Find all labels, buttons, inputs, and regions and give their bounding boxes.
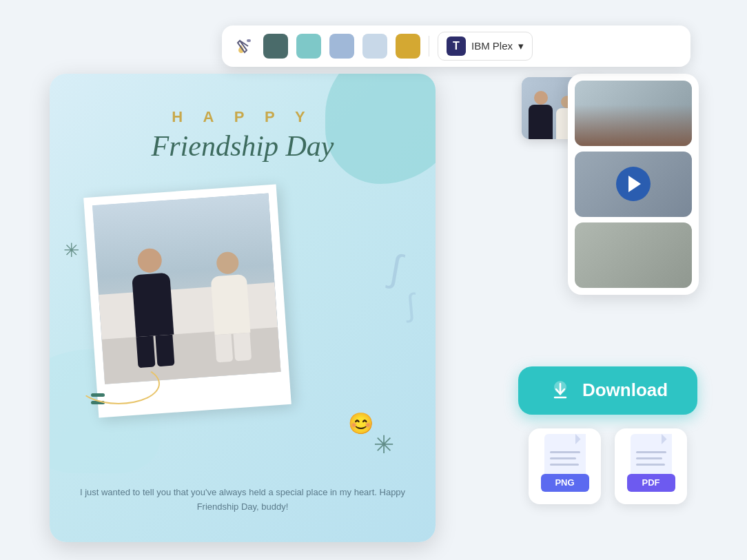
font-name-label: IBM Plex xyxy=(471,40,513,52)
design-card: H A P P Y Friendship Day ✳ ♥ ∫ ∫ xyxy=(50,74,436,542)
image-strip-panel xyxy=(568,74,699,295)
swirl-decor-1: ∫ xyxy=(387,245,405,291)
svg-rect-0 xyxy=(247,39,251,42)
play-triangle-icon xyxy=(628,176,641,192)
color-swatch-pale-blue[interactable] xyxy=(362,34,387,59)
download-button[interactable]: Download xyxy=(518,366,697,415)
chevron-down-icon: ▾ xyxy=(518,40,524,52)
yellow-curve-decor xyxy=(77,363,160,404)
smiley-icon: 😊 xyxy=(348,411,374,435)
format-badges: PNG PDF xyxy=(518,428,697,504)
friendship-day-text: Friendship Day xyxy=(50,129,436,163)
toolbar-divider xyxy=(429,36,429,56)
play-button[interactable] xyxy=(616,167,651,201)
color-swatch-golden[interactable] xyxy=(396,34,420,59)
happy-text: H A P P Y xyxy=(50,108,436,126)
color-swatch-dark-teal[interactable] xyxy=(263,34,288,59)
font-t-icon: T xyxy=(447,37,466,56)
download-icon xyxy=(548,378,573,403)
strip-photo-1[interactable] xyxy=(575,81,692,146)
color-swatch-light-teal[interactable] xyxy=(296,34,321,59)
strip-photo-3[interactable] xyxy=(575,222,692,288)
toolbar: T IBM Plex ▾ xyxy=(222,25,690,67)
snowflake-bottom-icon: ✳ xyxy=(374,431,394,459)
download-label: Download xyxy=(582,380,668,401)
strip-photo-2[interactable] xyxy=(575,152,692,217)
pdf-format-badge[interactable]: PDF xyxy=(615,428,687,504)
polaroid-photo xyxy=(92,193,281,384)
swirl-decor-2: ∫ xyxy=(405,287,416,323)
pdf-label: PDF xyxy=(627,474,675,492)
paint-bucket-icon[interactable] xyxy=(233,35,255,57)
color-swatch-light-blue[interactable] xyxy=(329,34,354,59)
png-label: PNG xyxy=(541,474,589,492)
card-bottom-text: I just wanted to tell you that you've al… xyxy=(70,486,415,515)
font-selector[interactable]: T IBM Plex ▾ xyxy=(438,32,533,61)
png-format-badge[interactable]: PNG xyxy=(529,428,601,504)
snowflake-left-icon: ✳ xyxy=(63,239,79,262)
